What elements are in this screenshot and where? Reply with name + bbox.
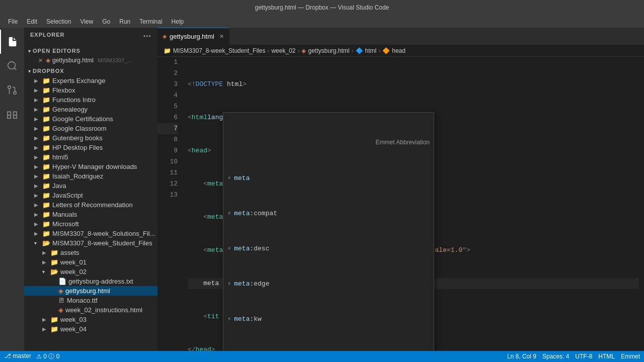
search-icon[interactable]: [0, 54, 24, 78]
menu-bar: File Edit Selection View Go Run Terminal…: [0, 15, 644, 28]
tree-item-gettysburg-html[interactable]: ▶◈gettysburg.html: [24, 286, 157, 296]
code-editor[interactable]: <!DOCTYPE html> <html lang="en"> <head> …: [183, 57, 644, 351]
autocomplete-item-meta-desc[interactable]: ⚡ meta:desc: [223, 242, 434, 255]
folder-icon: 📁: [50, 316, 58, 323]
tree-item-javascript[interactable]: ▶📁JavaScript: [24, 191, 157, 200]
tree-item-gettysburg-txt[interactable]: ▶📄gettysburg-address.txt: [24, 277, 157, 286]
extensions-icon[interactable]: [0, 102, 24, 126]
tree-item-label: week_02_instructions.html: [65, 306, 142, 314]
tab-gettysburg-html[interactable]: ◈ gettysburg.html ✕: [157, 28, 229, 45]
git-branch[interactable]: ⎇ master: [4, 352, 31, 361]
language-mode[interactable]: HTML: [598, 353, 615, 360]
menu-edit[interactable]: Edit: [23, 17, 41, 26]
tree-item-google-certifications[interactable]: ▶📁Google Certifications: [24, 114, 157, 124]
tree-item-google-classroom[interactable]: ▶📁Google Classroom: [24, 124, 157, 133]
cursor-position[interactable]: Ln 8, Col 9: [507, 353, 536, 360]
tree-item-week04[interactable]: ▶📁week_04: [24, 324, 157, 334]
tree-item-genealeogy[interactable]: ▶📁Genealeogy: [24, 105, 157, 114]
explorer-more-icon[interactable]: ···: [143, 32, 151, 41]
open-editor-item[interactable]: ✕ ◈ gettysburg.html MISM3307_...: [24, 56, 157, 65]
menu-selection[interactable]: Selection: [42, 17, 75, 26]
autocomplete-item-meta[interactable]: ⚡ meta: [223, 172, 434, 185]
tree-item-hp-desktop[interactable]: ▶📁HP Desktop Files: [24, 143, 157, 152]
autocomplete-item-meta-kw[interactable]: ⚡ meta:kw: [223, 313, 434, 326]
breadcrumb-sep-2: ›: [297, 47, 299, 54]
open-editors-header[interactable]: ▾ OPEN EDITORS: [24, 45, 157, 56]
tree-item-mism-solutions[interactable]: ▶📁MISM3307_8-week_Solutions_Fil...: [24, 229, 157, 238]
folder-icon: 📁: [42, 86, 50, 94]
breadcrumb-part-4[interactable]: html: [365, 47, 377, 54]
open-editors-section: ▾ OPEN EDITORS ✕ ◈ gettysburg.html MISM3…: [24, 45, 157, 65]
explorer-icon[interactable]: [0, 30, 24, 54]
breadcrumb-part-1[interactable]: MISM3307_8-week_Student_Files: [173, 47, 265, 54]
folder-icon: 📁: [42, 106, 50, 113]
tree-item-microsoft[interactable]: ▶📁Microsoft: [24, 219, 157, 229]
breadcrumb-head-icon: 🔶: [382, 47, 390, 54]
tree-item-letters[interactable]: ▶📁Letters of Recommendation: [24, 200, 157, 210]
file-html-icon2: ◈: [58, 306, 63, 314]
source-control-icon[interactable]: [0, 78, 24, 102]
tree-item-java[interactable]: ▶📁Java: [24, 181, 157, 191]
tree-item-label: MISM3307_8-week_Student_Files: [52, 239, 152, 247]
folder-icon: 📁: [42, 96, 50, 104]
breadcrumb-part-3[interactable]: gettysburg.html: [308, 47, 349, 54]
tree-item-mism-student[interactable]: ▾📂MISM3307_8-week_Student_Files: [24, 238, 157, 248]
menu-go[interactable]: Go: [98, 17, 114, 26]
emmet-icon: ⚡: [227, 279, 231, 290]
tree-item-isaiah[interactable]: ▶📁Isaiah_Rodriguez: [24, 171, 157, 181]
autocomplete-text: meta: [234, 173, 250, 184]
tree-item-hyperv[interactable]: ▶📁Hyper-V Manager downloads: [24, 162, 157, 171]
autocomplete-text: meta:compat: [234, 208, 277, 219]
tree-item-label: Hyper-V Manager downloads: [52, 163, 137, 170]
menu-file[interactable]: File: [4, 17, 22, 26]
autocomplete-item-meta-edge[interactable]: ⚡ meta:edge: [223, 278, 434, 291]
folder-icon: 📁: [50, 249, 58, 256]
svg-rect-7: [8, 115, 11, 118]
tree-item-html5[interactable]: ▶📁html5: [24, 152, 157, 162]
tree-item-week03[interactable]: ▶📁week_03: [24, 315, 157, 324]
tree-item-assets[interactable]: ▶📁assets: [24, 248, 157, 257]
emmet-status[interactable]: Emmet: [621, 353, 640, 360]
error-warning-count[interactable]: ⚠ 0 ⓘ 0: [36, 352, 59, 361]
tree-item-monaco-ttf[interactable]: ▶🖹Monaco.ttf: [24, 296, 157, 305]
dropbox-arrow: ▾: [28, 68, 31, 74]
autocomplete-item-meta-redirect[interactable]: ⚡ meta:redirect: [223, 348, 434, 351]
folder-icon: 📁: [42, 201, 50, 209]
encoding[interactable]: UTF-8: [575, 353, 592, 360]
tab-label: gettysburg.html: [170, 33, 214, 40]
tree-item-label: Microsoft: [52, 220, 79, 228]
menu-run[interactable]: Run: [115, 17, 134, 26]
indentation[interactable]: Spaces: 4: [542, 353, 569, 360]
svg-point-0: [8, 62, 16, 69]
sidebar: EXPLORER ··· ▾ OPEN EDITORS ✕ ◈ gettysbu…: [24, 28, 157, 351]
open-editor-path: MISM3307_...: [98, 57, 132, 63]
tree-item-label: week_01: [60, 258, 87, 266]
dropbox-header[interactable]: ▾ DROPBOX: [24, 65, 157, 76]
tree-item-experts-exchange[interactable]: ▶📁Experts Exchange: [24, 76, 157, 85]
tree-item-week02-instructions[interactable]: ▶◈week_02_instructions.html: [24, 305, 157, 315]
autocomplete-item-meta-compat[interactable]: ⚡ meta:compat: [223, 207, 434, 220]
folder-icon: 📁: [42, 172, 50, 180]
emmet-icon: ⚡: [227, 314, 231, 325]
tree-item-week01[interactable]: ▶📁week_01: [24, 257, 157, 267]
tree-item-week02[interactable]: ▾📂week_02: [24, 267, 157, 277]
breadcrumb-file-icon: ◈: [301, 47, 306, 54]
folder-open-icon: 📂: [50, 268, 58, 276]
open-editor-filename: gettysburg.html: [52, 57, 94, 64]
svg-rect-8: [14, 115, 17, 118]
tree-item-flexbox[interactable]: ▶📁Flexbox: [24, 85, 157, 95]
tree-item-manuals[interactable]: ▶📁Manuals: [24, 210, 157, 219]
breadcrumb-sep-3: ›: [352, 47, 354, 54]
tree-item-label: week_04: [60, 325, 87, 333]
tree-item-label: Isaiah_Rodriguez: [52, 172, 103, 180]
close-editor-icon[interactable]: ✕: [38, 57, 43, 64]
breadcrumb-part-2[interactable]: week_02: [271, 47, 295, 54]
tree-item-functions-intro[interactable]: ▶📁Functions Intro: [24, 95, 157, 105]
tree-item-label: gettysburg-address.txt: [68, 278, 133, 285]
tab-close-button[interactable]: ✕: [219, 33, 224, 40]
menu-help[interactable]: Help: [168, 17, 188, 26]
breadcrumb-part-5[interactable]: head: [392, 47, 406, 54]
menu-terminal[interactable]: Terminal: [135, 17, 166, 26]
menu-view[interactable]: View: [76, 17, 97, 26]
tree-item-gutenberg[interactable]: ▶📁Gutenberg books: [24, 133, 157, 143]
